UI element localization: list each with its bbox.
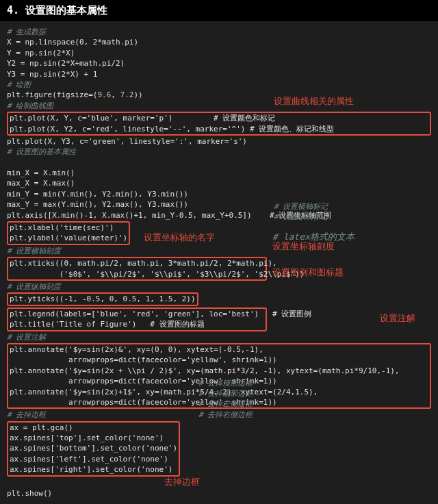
annotation-legend-title: 设置图例和图标题	[272, 266, 344, 279]
code-line: plt.show()	[7, 488, 431, 499]
code-comment: # 设置横轴标记	[274, 201, 328, 212]
code-comment: # 去掉右侧边框	[198, 410, 253, 420]
code-line: plt.plot(X, Y, c='blue', marker='p') # 设…	[10, 113, 428, 123]
code-line: plt.figure(figsize=(9.6, 7.2))	[7, 90, 431, 100]
code-block: # 生成数据 X = np.linspace(0, 2*math.pi) Y =…	[0, 21, 438, 504]
annotation-annotate: 设置注解	[380, 312, 415, 325]
code-line: max_X = X.max()	[7, 178, 431, 188]
code-line: ax.spines['top'].set_color('none')	[10, 433, 177, 443]
code-line: plt.annotate('$y=sin(2x + \\pi / 2)$', x…	[10, 366, 428, 376]
annotation-axis-ticks: 设置坐标轴刻度	[272, 240, 335, 253]
code-line: plt.xlabel('time(sec)')	[10, 223, 127, 233]
code-comment: # 去掉顶部边框	[198, 378, 253, 388]
section-header: 4. 设置图的基本属性	[0, 0, 438, 21]
code-line: ax.spines['right'].set_color('none')	[10, 464, 177, 475]
code-line: plt.annotate('$y=sin(2x)&', xy=(0, 0), x…	[10, 344, 428, 355]
highlight-box-legend-title: plt.legend(labels=['blue', 'red', 'green…	[7, 307, 267, 331]
code-line: plt.xticks((0, math.pi/2, math.pi, 3*mat…	[10, 258, 264, 268]
code-comment: # 生成数据	[7, 27, 431, 37]
code-comment: # 设置图的基本属性	[7, 147, 431, 157]
code-comment: # 设置纵轴标记	[274, 212, 328, 222]
code-line: ax.spines['left'].set_color('none')	[10, 454, 177, 464]
code-line: Y = np.sin(2*X)	[7, 48, 431, 58]
code-comment: # 去掉左侧边框	[198, 399, 253, 409]
code-comment: # 绘图	[7, 79, 431, 90]
annotation-curve-props: 设置曲线相关的属性	[274, 95, 354, 108]
highlight-box-xticks: plt.xticks((0, math.pi/2, math.pi, 3*mat…	[7, 257, 267, 281]
code-comment: # 设置横轴刻度	[7, 246, 431, 256]
code-comment: # 绘制曲线图	[7, 101, 431, 111]
code-line: plt.title('Title of Figure') # 设置图的标题	[10, 319, 264, 329]
code-line: plt.plot(X, Y2, c='red', linestyle='--',…	[10, 124, 428, 134]
code-line: plt.axis([X.min()-1, X.max()+1, min_Y-0.…	[7, 210, 431, 220]
code-line: plt.ylabel('value(meter)')	[10, 233, 127, 243]
annotation-remove-border: 去掉边框	[164, 476, 200, 488]
highlight-box-spines: ax = plt.gca() ax.spines['top'].set_colo…	[7, 421, 180, 477]
code-line: arrowprops=dict(facecolor='yellow', shri…	[10, 355, 428, 365]
code-comment: # 设置注解	[7, 332, 431, 342]
code-line: Y3 = np.sin(2*X) + 1	[7, 69, 431, 79]
code-line: plt.legend(labels=['blue', 'red', 'green…	[10, 309, 264, 319]
code-line: max_Y = max(Y.min(), Y2.max(), Y3.max())	[7, 199, 431, 210]
code-line: Y2 = np.sin(2*X+math.pi/2)	[7, 58, 431, 68]
code-line: plt.plot(X, Y3, c='green', linestyle=':'…	[7, 136, 431, 147]
code-line: ax.spines['bottom'].set_color('none')	[10, 443, 177, 453]
highlight-box-labels: plt.xlabel('time(sec)') plt.ylabel('valu…	[7, 221, 130, 245]
code-line: min_X = X.min()	[7, 168, 431, 178]
code-line: X = np.linspace(0, 2*math.pi)	[7, 37, 431, 47]
annotation-axis-names: 设置坐标轴的名字	[144, 232, 215, 242]
code-comment: # 去掉底部边框	[198, 388, 253, 399]
code-line: ('$0$', '$\\pi/2$', '$\\pi$', '$3\\pi/2$…	[10, 269, 264, 279]
code-line: plt.yticks((-1, -0.5, 0, 0.5, 1, 1.5, 2)…	[10, 294, 196, 303]
highlight-box-plot: plt.plot(X, Y, c='blue', marker='p') # 设…	[7, 112, 431, 136]
code-comment: # 设置纵轴刻度	[7, 281, 431, 292]
highlight-box-yticks: plt.yticks((-1, -0.5, 0, 0.5, 1, 1.5, 2)…	[7, 292, 198, 305]
code-line: ax = plt.gca()	[10, 423, 177, 433]
code-line: min_Y = min(Y.min(), Y2.min(), Y3.min())	[7, 189, 431, 199]
